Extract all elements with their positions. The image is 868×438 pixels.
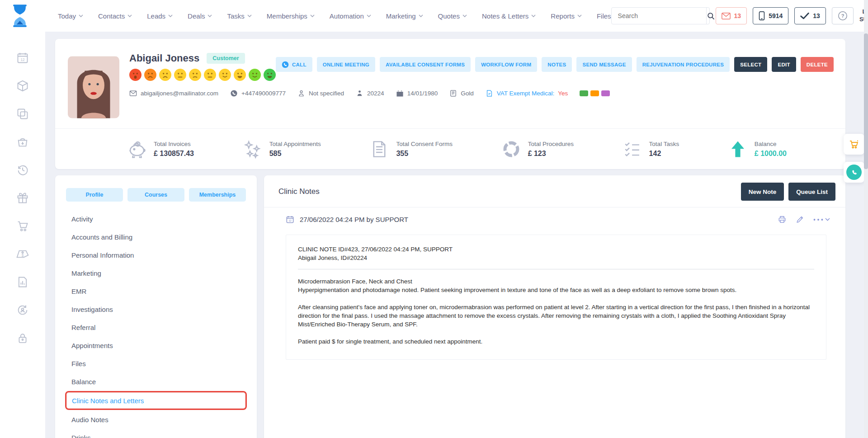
send-message-button[interactable]: SEND MESSAGE [576, 57, 632, 72]
hourglass-logo-icon[interactable] [10, 4, 30, 28]
online-meeting-button[interactable]: ONLINE MEETING [317, 57, 375, 72]
menu-item-drinks[interactable]: Drinks [55, 429, 257, 438]
call-button[interactable]: CALL [276, 57, 312, 72]
mood-displeased-icon[interactable] [189, 69, 201, 81]
label-swatch-orange[interactable] [590, 90, 599, 96]
note-meta-line1: CLINIC NOTE ID#423, 27/06/2022 04:24 PM,… [298, 245, 814, 254]
gift-icon[interactable] [16, 192, 29, 204]
nav-item-automation[interactable]: Automation [330, 12, 371, 20]
search-button[interactable] [706, 8, 715, 24]
note-paragraph: Hyperpigmentation and photodamage noted.… [298, 286, 814, 294]
nav-item-tasks[interactable]: Tasks [227, 12, 251, 20]
menu-item-emr[interactable]: EMR [55, 282, 257, 300]
select-button[interactable]: SELECT [734, 57, 767, 72]
mood-delighted-icon[interactable] [264, 69, 276, 81]
delete-button[interactable]: DELETE [801, 57, 834, 72]
person-solid-icon [356, 89, 363, 97]
menu-item-clinic-notes-and-letters[interactable]: Clinic Notes and Letters [65, 391, 247, 410]
more-options-button[interactable] [813, 218, 830, 221]
nav-item-memberships[interactable]: Memberships [267, 12, 315, 20]
label-swatch-green[interactable] [580, 90, 588, 96]
edit-note-button[interactable] [796, 215, 804, 224]
nav-item-marketing[interactable]: Marketing [386, 12, 423, 20]
stat-balance: Balance£ 1000.00 [728, 140, 787, 159]
active-menu-highlight: Clinic Notes and Letters [55, 391, 257, 410]
basket-icon[interactable] [16, 136, 29, 148]
nav-item-today[interactable]: Today [58, 12, 83, 20]
svg-text:?: ? [841, 13, 844, 19]
label-swatch-purple[interactable] [601, 90, 610, 96]
quick-sale-cart-button[interactable] [844, 134, 864, 155]
phone-icon [230, 89, 238, 97]
history-icon[interactable] [16, 164, 29, 176]
menu-item-balance[interactable]: Balance [55, 372, 257, 391]
nav-item-leads[interactable]: Leads [147, 12, 173, 20]
checkmark-icon [800, 12, 809, 19]
customer-phone[interactable]: +447490009777 [230, 89, 286, 97]
mood-angry-icon[interactable] [144, 69, 156, 81]
page-scrollbar[interactable] [864, 0, 868, 438]
tasks-badge[interactable]: 13 [794, 7, 826, 24]
menu-item-audio-notes[interactable]: Audio Notes [55, 410, 257, 429]
edit-button[interactable]: EDIT [772, 57, 796, 72]
search-input[interactable] [612, 8, 706, 24]
rejuvenation-procedures-button[interactable]: REJUVENATION PROCEDURES [637, 57, 730, 72]
lock-icon[interactable] [16, 332, 29, 344]
customer-email[interactable]: abigailjones@mailinator.com [129, 89, 218, 97]
nav-item-deals[interactable]: Deals [188, 12, 212, 20]
tab-profile[interactable]: Profile [66, 188, 123, 202]
scrollbar-thumb[interactable] [864, 33, 868, 169]
menu-item-appointments[interactable]: Appointments [55, 336, 257, 354]
menu-item-files[interactable]: Files [55, 354, 257, 372]
mood-very-happy-icon[interactable] [249, 69, 261, 81]
price-tag-icon[interactable]: $ [16, 248, 29, 260]
duplicate-icon[interactable] [16, 108, 29, 120]
calls-count: 5914 [769, 12, 783, 19]
tab-memberships[interactable]: Memberships [189, 188, 246, 202]
profile-photo[interactable] [68, 56, 119, 118]
tab-courses[interactable]: Courses [127, 188, 184, 202]
calendar-icon[interactable]: 12 [16, 52, 29, 64]
messages-badge[interactable]: 13 [716, 7, 747, 24]
help-button[interactable]: ? [832, 7, 854, 24]
nav-item-notes-letters[interactable]: Notes & Letters [482, 12, 536, 20]
notes-button[interactable]: NOTES [542, 57, 572, 72]
envelope-icon [722, 13, 731, 19]
menu-item-accounts-and-billing[interactable]: Accounts and Billing [55, 228, 257, 246]
calls-badge[interactable]: 5914 [753, 7, 788, 24]
nav-item-files[interactable]: Files [597, 12, 611, 20]
mood-unhappy-icon[interactable] [159, 69, 171, 81]
mood-happy-icon[interactable] [234, 69, 246, 81]
workflow-form-button[interactable]: WORKFLOW FORM [475, 57, 537, 72]
nav-item-reports[interactable]: Reports [551, 12, 582, 20]
clinic-notes-header: Clinic Notes New Note Queue List [264, 175, 845, 207]
menu-item-personal-information[interactable]: Personal Information [55, 246, 257, 264]
quick-call-button[interactable] [844, 162, 864, 183]
new-note-button[interactable]: New Note [741, 183, 784, 201]
menu-item-referral[interactable]: Referral [55, 318, 257, 336]
queue-list-button[interactable]: Queue List [788, 183, 835, 201]
mood-pleased-icon[interactable] [219, 69, 231, 81]
note-body: CLINIC NOTE ID#423, 27/06/2022 04:24 PM,… [286, 235, 826, 360]
arrow-up-icon [728, 140, 747, 159]
menu-item-marketing[interactable]: Marketing [55, 264, 257, 282]
calendar-solid-icon [396, 89, 404, 97]
mood-slightly-unhappy-icon[interactable] [174, 69, 186, 81]
note-paragraph: Microdermabrasion Face, Neck and Chest [298, 277, 814, 286]
menu-item-investigations[interactable]: Investigations [55, 300, 257, 318]
account-sync-icon[interactable] [16, 304, 29, 316]
cart-icon[interactable] [16, 220, 29, 232]
mood-very-angry-icon[interactable] [129, 69, 142, 81]
svg-text:$: $ [22, 254, 24, 258]
report-icon[interactable] [16, 276, 29, 288]
note-date: 27/06/2022 04:24 PM by SUPPORT [300, 216, 408, 223]
menu-item-activity[interactable]: Activity [55, 210, 257, 228]
nav-item-contacts[interactable]: Contacts [98, 12, 132, 20]
package-icon[interactable] [16, 80, 29, 92]
mood-neutral-icon[interactable] [204, 69, 216, 81]
available-consent-forms-button[interactable]: AVAILABLE CONSENT FORMS [380, 57, 471, 72]
print-button[interactable] [778, 215, 787, 224]
document-icon [370, 140, 389, 159]
envelope-icon [129, 89, 137, 97]
nav-item-quotes[interactable]: Quotes [438, 12, 467, 20]
